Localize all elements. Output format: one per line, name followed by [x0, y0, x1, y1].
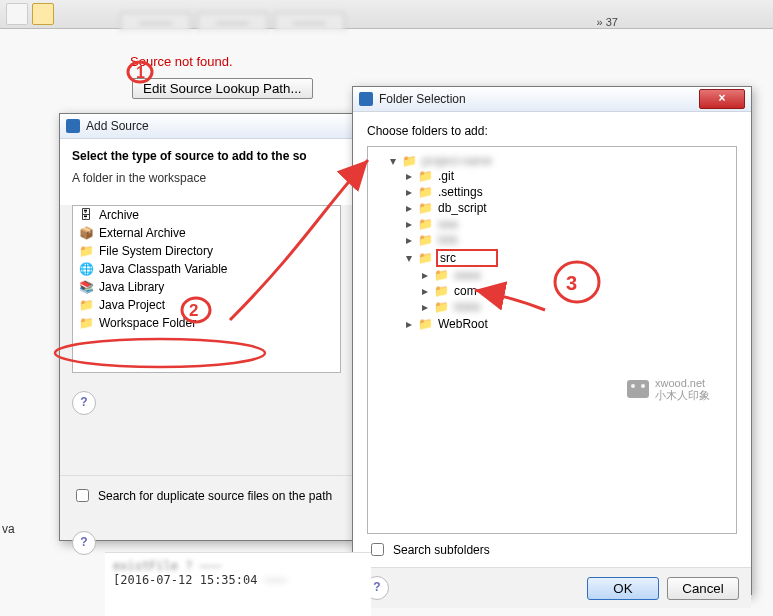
tree-node[interactable]: ▸.git: [404, 169, 456, 183]
tree-node-label: bbb: [436, 233, 460, 247]
search-subfolders-checkbox[interactable]: [371, 543, 384, 556]
list-item-label: Java Project: [99, 298, 165, 312]
tree-node-label: bbbb: [452, 300, 483, 314]
folder-icon: [418, 217, 432, 231]
list-item-label: Java Library: [99, 280, 164, 294]
search-subfolders-label: Search subfolders: [393, 543, 490, 557]
tree-node-label: com: [452, 284, 479, 298]
folder-icon: [434, 284, 448, 298]
duplicate-search-label: Search for duplicate source files on the…: [98, 489, 332, 503]
cancel-button[interactable]: Cancel: [667, 577, 739, 600]
toolbar-button-1[interactable]: [6, 3, 28, 25]
tree-node[interactable]: ▸.settings: [404, 185, 485, 199]
project-icon: [79, 298, 93, 312]
expand-icon[interactable]: ▸: [404, 317, 414, 331]
folder-icon: [79, 244, 93, 258]
folder-icon: [418, 169, 432, 183]
dialog-button-row: ? OK Cancel: [353, 567, 751, 608]
tree-node-label: aaaa: [452, 268, 483, 282]
folder-icon: [418, 251, 432, 265]
folder-icon: [418, 185, 432, 199]
tree-node-label: db_script: [436, 201, 489, 215]
tree-node[interactable]: ▸bbbb: [420, 300, 483, 314]
expand-icon[interactable]: ▸: [420, 300, 430, 314]
console-line: [2016-07-12 15:35:04: [113, 573, 258, 587]
list-item-external-archive[interactable]: External Archive: [73, 224, 340, 242]
expand-icon[interactable]: ▸: [404, 169, 414, 183]
dialog-subheading: A folder in the workspace: [72, 171, 341, 185]
list-item-label: External Archive: [99, 226, 186, 240]
close-button[interactable]: ×: [699, 89, 745, 109]
archive-icon: [79, 208, 93, 222]
console-output: existFile ? ——— [2016-07-12 15:35:04 ———: [105, 552, 371, 616]
app-icon: [66, 119, 80, 133]
editor-tabs: ——— ——— ———: [120, 12, 345, 31]
editor-tab[interactable]: ———: [274, 12, 345, 31]
left-edge-label: va: [2, 522, 15, 536]
edit-source-lookup-button[interactable]: Edit Source Lookup Path...: [132, 78, 313, 99]
list-item-label: Java Classpath Variable: [99, 262, 228, 276]
folder-icon: [434, 268, 448, 282]
tree-node-label: .settings: [436, 185, 485, 199]
expand-icon[interactable]: ▸: [404, 201, 414, 215]
dialog-title: Add Source: [86, 119, 149, 133]
top-toolbar: [0, 0, 773, 29]
folder-icon: [434, 300, 448, 314]
robot-icon: [627, 380, 649, 398]
dialog-title: Folder Selection: [379, 92, 466, 106]
folder-icon: [402, 154, 416, 168]
tree-node[interactable]: ▸aaaa: [420, 268, 483, 282]
list-item-label: Archive: [99, 208, 139, 222]
tree-node-label: src: [436, 249, 498, 267]
folder-icon: [418, 317, 432, 331]
tree-node-src[interactable]: ▾src: [404, 249, 498, 267]
list-item-file-system-directory[interactable]: File System Directory: [73, 242, 340, 260]
editor-tab[interactable]: ———: [197, 12, 268, 31]
expand-icon[interactable]: ▸: [420, 284, 430, 298]
tree-node-root[interactable]: ▾ project-name: [388, 154, 494, 168]
folder-icon: [418, 201, 432, 215]
folder-tree[interactable]: ▾ project-name ▸.git ▸.settings ▸db_scri…: [367, 146, 737, 534]
folder-icon: [418, 233, 432, 247]
app-icon: [359, 92, 373, 106]
tree-node[interactable]: ▸WebRoot: [404, 317, 490, 331]
duplicate-search-row: Search for duplicate source files on the…: [60, 475, 353, 509]
source-type-list[interactable]: Archive External Archive File System Dir…: [72, 205, 341, 373]
ok-button[interactable]: OK: [587, 577, 659, 600]
expand-icon[interactable]: ▸: [404, 217, 414, 231]
tree-node[interactable]: ▸db_script: [404, 201, 489, 215]
tree-node[interactable]: ▸bbb: [404, 233, 460, 247]
overflow-count: » 37: [597, 16, 618, 28]
collapse-icon[interactable]: ▾: [404, 251, 414, 265]
duplicate-search-checkbox[interactable]: [76, 489, 89, 502]
expand-icon[interactable]: ▸: [420, 268, 430, 282]
list-item-java-library[interactable]: Java Library: [73, 278, 340, 296]
watermark: xwood.net 小木人印象: [627, 377, 710, 401]
tree-node-label: aaa: [436, 217, 460, 231]
watermark-text: xwood.net: [655, 377, 710, 389]
list-item-workspace-folder[interactable]: Workspace Folder: [73, 314, 340, 332]
toolbar-button-2[interactable]: [32, 3, 54, 25]
globe-icon: [79, 262, 93, 276]
dialog-heading: Select the type of source to add to the …: [72, 149, 341, 163]
add-source-dialog: Add Source Select the type of source to …: [59, 113, 354, 541]
dialog-titlebar: Folder Selection ×: [353, 87, 751, 112]
tree-node-label: project-name: [420, 154, 494, 168]
list-item-archive[interactable]: Archive: [73, 206, 340, 224]
expand-icon[interactable]: ▸: [404, 185, 414, 199]
tree-node-label: .git: [436, 169, 456, 183]
list-item-java-project[interactable]: Java Project: [73, 296, 340, 314]
help-icon[interactable]: ?: [72, 531, 96, 555]
editor-tab[interactable]: ———: [120, 12, 191, 31]
external-archive-icon: [79, 226, 93, 240]
tree-node-label: WebRoot: [436, 317, 490, 331]
list-item-label: Workspace Folder: [99, 316, 196, 330]
expand-icon[interactable]: ▸: [404, 233, 414, 247]
list-item-label: File System Directory: [99, 244, 213, 258]
collapse-icon[interactable]: ▾: [388, 154, 398, 168]
list-item-java-classpath-variable[interactable]: Java Classpath Variable: [73, 260, 340, 278]
tree-node[interactable]: ▸com: [420, 284, 479, 298]
help-icon[interactable]: ?: [72, 391, 96, 415]
source-not-found-msg: Source not found.: [130, 54, 233, 69]
tree-node[interactable]: ▸aaa: [404, 217, 460, 231]
